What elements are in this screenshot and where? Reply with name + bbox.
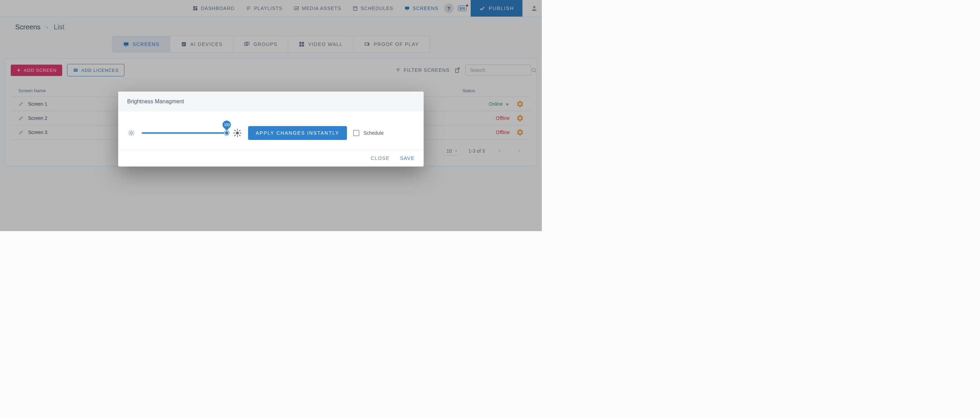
slider-thumb[interactable] xyxy=(224,130,229,135)
brightness-high-icon xyxy=(233,129,242,137)
brightness-low-icon xyxy=(127,129,135,137)
svg-point-45 xyxy=(236,132,239,135)
schedule-group: Schedule xyxy=(353,130,383,136)
apply-changes-button[interactable]: APPLY CHANGES INSTANTLY xyxy=(248,126,347,140)
svg-line-51 xyxy=(239,135,240,136)
apply-label: APPLY CHANGES INSTANTLY xyxy=(256,130,339,136)
modal-overlay[interactable]: Brightness Managment 100 APPLY CHANGES I… xyxy=(0,0,542,231)
svg-line-53 xyxy=(239,130,240,131)
modal-body: 100 APPLY CHANGES INSTANTLY Schedule xyxy=(118,111,424,149)
svg-line-43 xyxy=(129,135,130,135)
svg-point-36 xyxy=(130,132,132,134)
modal-footer: CLOSE SAVE xyxy=(118,149,424,167)
svg-line-41 xyxy=(129,131,130,132)
schedule-label: Schedule xyxy=(364,130,383,136)
save-button[interactable]: SAVE xyxy=(400,156,415,161)
svg-line-42 xyxy=(133,135,134,135)
brightness-modal: Brightness Managment 100 APPLY CHANGES I… xyxy=(118,92,424,167)
svg-line-52 xyxy=(235,135,235,136)
svg-line-44 xyxy=(133,131,134,132)
schedule-checkbox[interactable] xyxy=(353,130,360,136)
svg-line-50 xyxy=(235,130,235,131)
brightness-slider[interactable]: 100 xyxy=(142,129,227,137)
slider-value-balloon: 100 xyxy=(221,119,232,130)
modal-title: Brightness Managment xyxy=(118,92,424,111)
close-button[interactable]: CLOSE xyxy=(371,156,390,161)
